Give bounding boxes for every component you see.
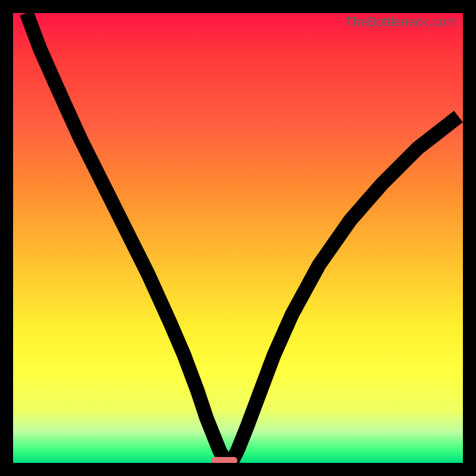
chart-container: TheBottleneck.com <box>0 0 476 476</box>
minimum-marker <box>211 457 237 463</box>
watermark-text: TheBottleneck.com <box>345 14 457 30</box>
bottleneck-curve-path <box>27 13 459 461</box>
plot-area: TheBottleneck.com <box>13 13 463 463</box>
curve-svg <box>13 13 463 463</box>
